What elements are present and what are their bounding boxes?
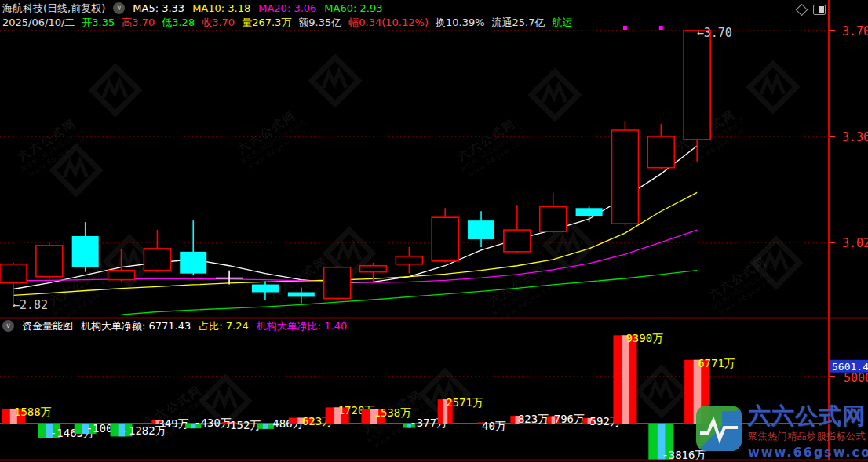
watermark-tagline: 聚焦热门精品炒股指标公式 bbox=[748, 430, 868, 443]
chevron-down-circle-icon[interactable]: ∨ bbox=[113, 2, 125, 14]
candle-body[interactable] bbox=[432, 217, 458, 261]
net-ratio-label: 机构大单净比: 1.40 bbox=[257, 320, 347, 332]
candle-body[interactable] bbox=[360, 266, 387, 272]
candle-body[interactable] bbox=[72, 236, 99, 267]
close-label: 收3.70 bbox=[202, 16, 235, 28]
fund-panel-header: ∨ 资金量能图 机构大单净额: 6771.43 占比: 7.24 机构大单净比:… bbox=[2, 320, 347, 332]
price-annotation: ←2.82 bbox=[13, 298, 48, 312]
date-label: 2025/06/10/二 bbox=[2, 16, 75, 28]
limit-up-marker bbox=[623, 26, 627, 30]
main-header: 海航科技(日线,前复权) ∨ MA5: 3.33 MA10: 3.18 MA20… bbox=[2, 2, 382, 14]
flow-bar-label: 152万 bbox=[230, 419, 261, 431]
candle-body[interactable] bbox=[144, 249, 170, 271]
flow-bar-label: 796万 bbox=[554, 413, 585, 425]
high-label: 高3.70 bbox=[122, 16, 155, 28]
watermark-site-name: 六六公式网 bbox=[748, 405, 868, 427]
low-label: 低3.28 bbox=[162, 16, 195, 28]
candle-body[interactable] bbox=[468, 220, 494, 239]
sector-label[interactable]: 航运 bbox=[553, 16, 573, 28]
candle-body[interactable] bbox=[36, 246, 63, 277]
flow-bar-label: 6771万 bbox=[698, 357, 735, 369]
diamond-icon[interactable] bbox=[796, 4, 808, 16]
window-switch-icon[interactable] bbox=[813, 5, 826, 15]
ratio-label: 占比: 7.24 bbox=[199, 320, 248, 332]
ma20-label: MA20: 3.06 bbox=[258, 2, 316, 14]
net-amount-label: 机构大单净额: 6771.43 bbox=[81, 320, 191, 332]
ma5-label: MA5: 3.33 bbox=[133, 2, 184, 14]
y-axis-label: 3.02 bbox=[842, 236, 868, 250]
window-controls bbox=[797, 5, 826, 15]
candle-body[interactable] bbox=[180, 252, 206, 274]
candle-body[interactable] bbox=[611, 130, 638, 224]
flow-bar-label: 823万 bbox=[518, 413, 549, 425]
flow-bar-label: 1588万 bbox=[14, 406, 52, 418]
ohlc-info-line: 2025/06/10/二 开3.35 高3.70 低3.28 收3.70 量26… bbox=[2, 16, 573, 28]
flow-bar-label: 349万 bbox=[158, 417, 188, 430]
candle-body[interactable] bbox=[108, 271, 135, 280]
price-annotation: ←3.70 bbox=[697, 26, 732, 40]
stock-chart-window: 六六公式网聚焦热门精品炒股指标公式www.66gsw.com六六公式网聚焦热门精… bbox=[0, 0, 868, 462]
candle-body[interactable] bbox=[252, 285, 279, 293]
float-cap-label: 流通25.7亿 bbox=[492, 16, 545, 28]
limit-up-marker bbox=[659, 26, 663, 30]
candle-body[interactable] bbox=[684, 31, 710, 140]
candle-body[interactable] bbox=[0, 264, 27, 283]
y-axis-label: 3.36 bbox=[842, 130, 868, 144]
volume-label: 量267.3万 bbox=[242, 16, 291, 28]
current-value-label: 5601.43 bbox=[832, 361, 868, 373]
flow-bar-label: 9390万 bbox=[625, 332, 663, 344]
candle-body[interactable] bbox=[504, 230, 531, 252]
stock-title: 海航科技(日线,前复权) bbox=[2, 2, 105, 14]
flow-bar-label: 40万 bbox=[482, 420, 506, 432]
change-label: 幅0.34(10.12%) bbox=[348, 16, 429, 28]
flow-bar-label: 1538万 bbox=[374, 406, 412, 419]
indicator-name[interactable]: 资金量能图 bbox=[22, 320, 73, 332]
candle-body[interactable] bbox=[576, 208, 603, 216]
candle-body[interactable] bbox=[540, 206, 567, 231]
site-watermark: 六六公式网 聚焦热门精品炒股指标公式 www.66gsw.com bbox=[695, 405, 868, 460]
turnover-label: 额9.35亿 bbox=[298, 16, 341, 28]
candle-body[interactable] bbox=[396, 256, 422, 264]
flow-bar-stripe bbox=[622, 335, 629, 424]
ma60-label: MA60: 2.93 bbox=[324, 2, 382, 14]
candle-body[interactable] bbox=[324, 267, 351, 299]
turnover-rate-label: 换10.39% bbox=[436, 16, 485, 28]
ma10-label: MA10: 3.18 bbox=[192, 2, 250, 14]
flow-axis-label: 5000 bbox=[844, 371, 868, 385]
open-label: 开3.35 bbox=[82, 16, 115, 28]
flow-bar-label: 2571万 bbox=[446, 396, 483, 409]
site-logo-icon bbox=[695, 405, 742, 452]
candle-body[interactable] bbox=[647, 136, 674, 168]
candle-body[interactable] bbox=[288, 292, 315, 296]
chevron-down-circle-icon[interactable]: ∨ bbox=[2, 320, 14, 332]
watermark-url: www.66gsw.com bbox=[748, 445, 868, 460]
ma5-line bbox=[13, 146, 697, 289]
chart-canvas: 3.703.363.02←2.82←3.7050005601.431588万-1… bbox=[0, 0, 868, 462]
y-axis-label: 3.70 bbox=[842, 24, 868, 38]
